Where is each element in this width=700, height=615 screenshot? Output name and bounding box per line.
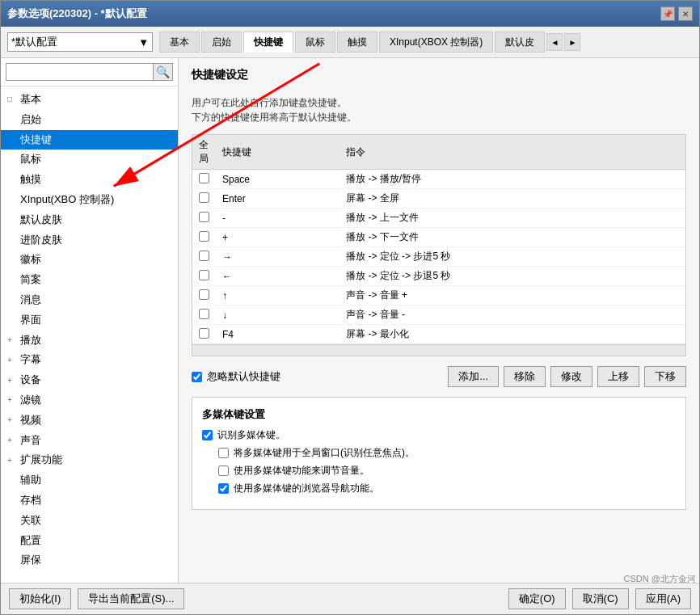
tree-item-playback[interactable]: + 播放 [1, 331, 178, 351]
table-row[interactable]: Space播放 -> 播放/暂停 [192, 170, 685, 189]
row-checkbox[interactable] [199, 328, 209, 339]
multimedia-label: 使用多媒体键的浏览器导航功能。 [234, 482, 379, 495]
apply-button[interactable]: 应用(A) [635, 588, 691, 609]
row-checkbox[interactable] [199, 289, 209, 300]
tree-item-label: 基本 [20, 91, 41, 108]
modify-button[interactable]: 修改 [550, 366, 592, 387]
table-row[interactable]: ←播放 -> 定位 -> 步退5 秒 [192, 267, 685, 286]
tab-skin[interactable]: 默认皮 [495, 32, 545, 53]
bottom-bar: 初始化(I) 导出当前配置(S)... 确定(O) 取消(C) 应用(A) [1, 583, 699, 614]
search-input[interactable] [6, 63, 154, 81]
row-command: 播放 -> 播放/暂停 [339, 170, 685, 189]
title-bar-buttons: 📌 ✕ [660, 6, 693, 21]
row-key: F4 [216, 325, 339, 344]
export-button[interactable]: 导出当前配置(S)... [78, 588, 184, 609]
multimedia-title: 多媒体键设置 [202, 407, 676, 422]
ignore-shortcuts-checkbox[interactable] [192, 372, 202, 382]
table-row[interactable]: -播放 -> 上一文件 [192, 209, 685, 228]
table-row[interactable]: F4屏幕 -> 最小化 [192, 325, 685, 344]
row-checkbox[interactable] [199, 192, 209, 203]
tree-item-config[interactable]: 配置 [1, 531, 178, 551]
tree-item-start[interactable]: 启始 [1, 110, 178, 130]
title-bar: 参数选项(220302) - *默认配置 📌 ✕ [1, 1, 699, 27]
tree-item-video[interactable]: + 视频 [1, 411, 178, 431]
row-key: ← [216, 267, 339, 286]
expand-icon: + [7, 354, 17, 367]
row-checkbox[interactable] [199, 270, 209, 280]
multimedia-checkbox[interactable] [218, 483, 229, 494]
search-button[interactable]: 🔍 [154, 63, 173, 81]
tree-item-simple[interactable]: 简案 [1, 270, 178, 290]
tab-touch[interactable]: 触摸 [337, 32, 377, 53]
expand-icon: + [7, 414, 17, 427]
section1-desc2: 下方的快捷键使用将高于默认快捷键。 [192, 110, 686, 124]
table-row[interactable]: ↓声音 -> 音量 - [192, 305, 685, 325]
tree-item-mouse[interactable]: 鼠标 [1, 150, 178, 170]
tree-item-shortcuts[interactable]: 快捷键 [1, 130, 178, 150]
row-command: 声音 -> 音量 + [339, 286, 685, 305]
profile-dropdown[interactable]: *默认配置 ▼ [7, 32, 153, 52]
tab-start[interactable]: 启始 [201, 32, 242, 53]
multimedia-checkbox[interactable] [218, 448, 229, 458]
tree-item-label: 视频 [20, 412, 41, 429]
tree-item-message[interactable]: 消息 [1, 290, 178, 310]
move-up-button[interactable]: 上移 [597, 366, 639, 387]
add-button[interactable]: 添加... [448, 366, 499, 387]
table-row[interactable]: ↑声音 -> 音量 + [192, 286, 685, 305]
row-checkbox[interactable] [199, 212, 209, 222]
tree-item-label: 扩展功能 [20, 452, 62, 469]
tree-item-filter[interactable]: + 滤镜 [1, 390, 178, 411]
tree-item-advanced-skin[interactable]: 进阶皮肤 [1, 230, 178, 251]
tab-next-button[interactable]: ► [564, 33, 580, 51]
tab-mouse[interactable]: 鼠标 [295, 32, 335, 53]
tree-item-screensaver[interactable]: 屏保 [1, 550, 178, 571]
multimedia-option: 识别多媒体键。 [202, 428, 676, 442]
tree-item-device[interactable]: + 设备 [1, 370, 178, 390]
row-checkbox[interactable] [199, 309, 209, 319]
tree-item-default-skin[interactable]: 默认皮肤 [1, 210, 178, 230]
table-row[interactable]: +播放 -> 下一文件 [192, 228, 685, 247]
cancel-button[interactable]: 取消(C) [572, 588, 629, 609]
init-button[interactable]: 初始化(I) [9, 588, 71, 609]
tree-item-logo[interactable]: 徽标 [1, 250, 178, 270]
tree-item-assist[interactable]: 辅助 [1, 470, 178, 491]
row-checkbox[interactable] [199, 173, 209, 183]
multimedia-option: 使用多媒体键的浏览器导航功能。 [202, 482, 676, 495]
row-checkbox[interactable] [199, 251, 209, 261]
move-down-button[interactable]: 下移 [644, 366, 686, 387]
table-row[interactable]: →播放 -> 定位 -> 步进5 秒 [192, 247, 685, 267]
tree-item-save[interactable]: 存档 [1, 491, 178, 511]
tree-item-basic[interactable]: □ 基本 [1, 90, 178, 110]
table-row[interactable]: Enter屏幕 -> 全屏 [192, 189, 685, 209]
tree-item-label: 辅助 [20, 472, 41, 489]
ok-button[interactable]: 确定(O) [508, 588, 566, 609]
tree-item-label: 触摸 [20, 171, 41, 188]
tree-item-extensions[interactable]: + 扩展功能 [1, 450, 178, 470]
expand-icon: + [7, 394, 17, 406]
row-key: ↓ [216, 305, 339, 325]
multimedia-checkbox[interactable] [202, 430, 213, 440]
tab-basic[interactable]: 基本 [159, 32, 200, 53]
table-scrollbar[interactable] [192, 344, 685, 356]
tree-item-ui[interactable]: 界面 [1, 310, 178, 331]
tab-xinput[interactable]: XInput(XBOX 控制器) [379, 32, 493, 53]
tree-item-touch[interactable]: 触摸 [1, 170, 178, 190]
shortcut-table-container: 全局 快捷键 指令 Space播放 -> 播放/暂停Enter屏幕 -> 全屏-… [192, 134, 686, 356]
row-checkbox[interactable] [199, 231, 209, 242]
main-area: 🔍 □ 基本 启始 快捷键 鼠标 触摸 [1, 58, 699, 583]
pin-button[interactable]: 📌 [660, 6, 675, 21]
tree-item-xinput[interactable]: XInput(XBO 控制器) [1, 190, 178, 210]
tab-prev-button[interactable]: ◄ [546, 33, 563, 51]
multimedia-label: 使用多媒体键功能来调节音量。 [234, 464, 369, 478]
tree-item-label: 徽标 [20, 251, 41, 268]
tab-shortcuts[interactable]: 快捷键 [243, 32, 293, 53]
tree-item-subtitle[interactable]: + 字幕 [1, 350, 178, 370]
tree-item-audio[interactable]: + 声音 [1, 431, 178, 451]
remove-button[interactable]: 移除 [504, 366, 546, 387]
multimedia-checkbox[interactable] [218, 465, 229, 476]
section1-desc1: 用户可在此处自行添加键盘快捷键。 [192, 95, 686, 110]
profile-label: *默认配置 [11, 35, 57, 49]
shortcut-table: 全局 快捷键 指令 Space播放 -> 播放/暂停Enter屏幕 -> 全屏-… [192, 135, 685, 344]
tree-item-assoc[interactable]: 关联 [1, 511, 178, 531]
close-button[interactable]: ✕ [678, 6, 693, 21]
